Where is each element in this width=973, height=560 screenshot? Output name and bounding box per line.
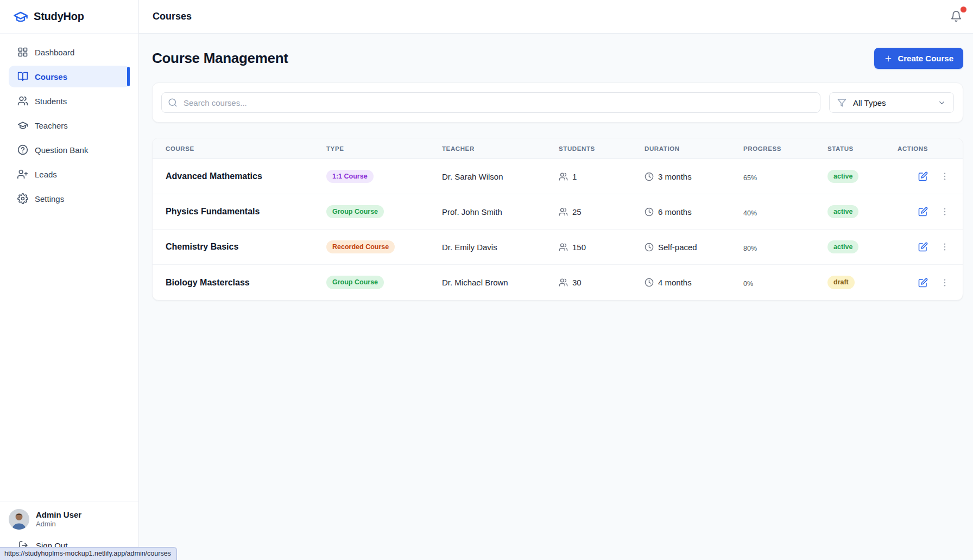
students-count: 150 bbox=[572, 243, 586, 252]
table-row: Chemistry Basics Recorded Course Dr. Emi… bbox=[153, 230, 963, 265]
column-header-teacher: TEACHER bbox=[442, 145, 559, 152]
teacher-name: Dr. Sarah Wilson bbox=[442, 172, 559, 181]
users-icon bbox=[559, 243, 568, 252]
sidebar-item-dashboard[interactable]: Dashboard bbox=[9, 41, 130, 63]
chevron-down-icon bbox=[938, 99, 946, 107]
course-type-badge: Group Course bbox=[326, 205, 384, 218]
progress-cell: 40% bbox=[743, 207, 827, 217]
sidebar-nav: Dashboard Courses Students Teachers Ques… bbox=[0, 34, 138, 501]
column-header-actions: ACTIONS bbox=[898, 145, 950, 152]
status-badge: active bbox=[827, 240, 858, 253]
clock-icon bbox=[645, 207, 654, 217]
column-header-course: COURSE bbox=[166, 145, 326, 152]
users-icon bbox=[17, 96, 28, 106]
teacher-name: Prof. John Smith bbox=[442, 207, 559, 217]
students-count: 1 bbox=[572, 172, 577, 181]
course-name: Advanced Mathematics bbox=[166, 171, 326, 181]
status-badge: draft bbox=[827, 276, 855, 289]
table-row: Advanced Mathematics 1:1 Course Dr. Sara… bbox=[153, 159, 963, 194]
progress-cell: 80% bbox=[743, 242, 827, 252]
edit-course-button[interactable] bbox=[918, 171, 928, 181]
duration-value: Self-paced bbox=[658, 243, 697, 252]
course-type-badge: Group Course bbox=[326, 276, 384, 289]
sidebar: StudyHop Dashboard Courses Students Teac… bbox=[0, 0, 139, 560]
user-name: Admin User bbox=[36, 510, 81, 520]
book-open-icon bbox=[17, 71, 28, 82]
sidebar-item-label: Courses bbox=[35, 72, 67, 81]
gear-icon bbox=[17, 193, 28, 204]
sidebar-item-settings[interactable]: Settings bbox=[9, 188, 130, 209]
sidebar-item-label: Settings bbox=[35, 194, 64, 203]
course-name: Physics Fundamentals bbox=[166, 207, 326, 217]
duration-value: 3 months bbox=[658, 172, 692, 181]
users-icon bbox=[559, 207, 568, 217]
topbar: Courses bbox=[139, 0, 973, 34]
column-header-status: STATUS bbox=[827, 145, 898, 152]
page-content: Course Management Create Course All T bbox=[139, 34, 973, 560]
course-name: Chemistry Basics bbox=[166, 242, 326, 252]
students-count: 25 bbox=[572, 207, 582, 217]
sidebar-item-teachers[interactable]: Teachers bbox=[9, 114, 130, 136]
edit-course-button[interactable] bbox=[918, 207, 928, 217]
clock-icon bbox=[645, 172, 654, 181]
graduation-cap-icon bbox=[17, 120, 28, 131]
user-plus-icon bbox=[17, 169, 28, 180]
question-circle-icon bbox=[17, 144, 28, 155]
main-area: Courses Course Management Create Course bbox=[139, 0, 973, 560]
sidebar-item-students[interactable]: Students bbox=[9, 90, 130, 112]
column-header-type: TYPE bbox=[326, 145, 442, 152]
sidebar-item-label: Students bbox=[35, 97, 67, 106]
course-type-badge: Recorded Course bbox=[326, 240, 395, 253]
courses-table: COURSE TYPE TEACHER STUDENTS DURATION PR… bbox=[152, 138, 963, 301]
sidebar-item-leads[interactable]: Leads bbox=[9, 163, 130, 185]
course-name: Biology Masterclass bbox=[166, 278, 326, 288]
search-input[interactable] bbox=[161, 92, 820, 113]
plus-icon bbox=[884, 54, 893, 63]
create-course-label: Create Course bbox=[898, 54, 953, 63]
sidebar-item-courses[interactable]: Courses bbox=[9, 66, 130, 87]
search-filter-bar: All Types bbox=[152, 82, 963, 123]
sidebar-item-label: Leads bbox=[35, 170, 57, 179]
type-filter-select[interactable]: All Types bbox=[829, 92, 954, 113]
progress-label: 40% bbox=[743, 209, 806, 217]
graduation-cap-logo-icon bbox=[13, 9, 28, 24]
more-actions-button[interactable] bbox=[940, 242, 950, 252]
column-header-duration: DURATION bbox=[645, 145, 743, 152]
sidebar-item-question-bank[interactable]: Question Bank bbox=[9, 139, 130, 161]
column-header-students: STUDENTS bbox=[559, 145, 645, 152]
progress-label: 0% bbox=[743, 280, 806, 288]
more-actions-button[interactable] bbox=[940, 171, 950, 181]
user-role: Admin bbox=[36, 520, 81, 529]
edit-course-button[interactable] bbox=[918, 242, 928, 252]
users-icon bbox=[559, 172, 568, 181]
teacher-name: Dr. Emily Davis bbox=[442, 243, 559, 252]
status-badge: active bbox=[827, 170, 858, 183]
teacher-name: Dr. Michael Brown bbox=[442, 278, 559, 287]
students-count: 30 bbox=[572, 278, 582, 287]
app-logo: StudyHop bbox=[0, 0, 138, 34]
edit-course-button[interactable] bbox=[918, 278, 928, 288]
progress-cell: 65% bbox=[743, 171, 827, 182]
progress-label: 80% bbox=[743, 245, 806, 252]
more-actions-button[interactable] bbox=[940, 278, 950, 288]
search-icon bbox=[168, 98, 178, 107]
status-badge: active bbox=[827, 205, 858, 218]
user-profile: Admin User Admin bbox=[9, 509, 130, 530]
link-url-statusbar: https://studyhoplms-mockup1.netlify.app/… bbox=[0, 547, 177, 560]
column-header-progress: PROGRESS bbox=[743, 145, 827, 152]
users-icon bbox=[559, 278, 568, 287]
more-actions-button[interactable] bbox=[940, 207, 950, 217]
app-name: StudyHop bbox=[34, 10, 84, 23]
notifications-button[interactable] bbox=[950, 10, 963, 23]
avatar bbox=[9, 509, 29, 530]
duration-value: 6 months bbox=[658, 207, 692, 217]
table-row: Physics Fundamentals Group Course Prof. … bbox=[153, 194, 963, 230]
table-row: Biology Masterclass Group Course Dr. Mic… bbox=[153, 265, 963, 300]
progress-label: 65% bbox=[743, 174, 806, 182]
filter-funnel-icon bbox=[837, 98, 846, 107]
topbar-title: Courses bbox=[153, 11, 192, 22]
clock-icon bbox=[645, 243, 654, 252]
create-course-button[interactable]: Create Course bbox=[874, 48, 963, 69]
course-type-badge: 1:1 Course bbox=[326, 170, 374, 183]
sidebar-item-label: Teachers bbox=[35, 121, 68, 130]
